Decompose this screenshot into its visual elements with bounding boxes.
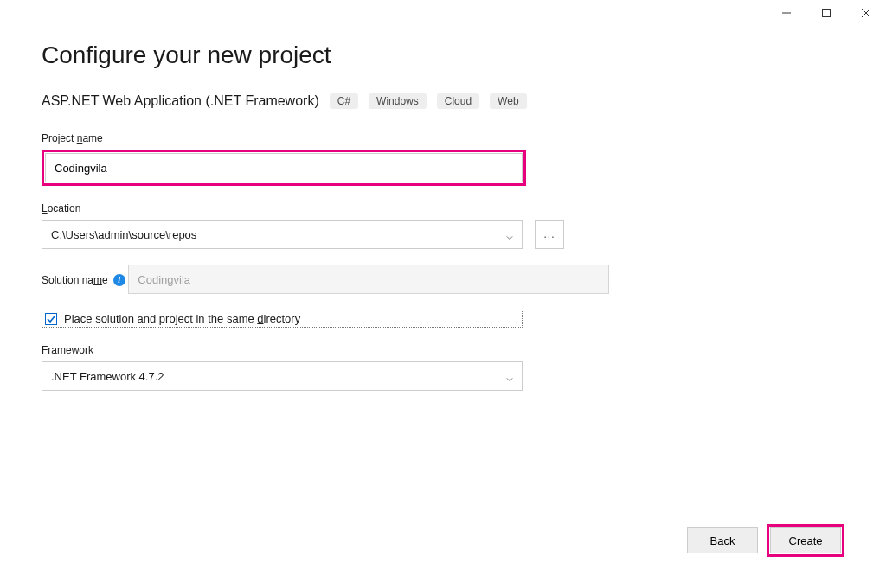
framework-select[interactable]: .NET Framework 4.7.2	[42, 361, 523, 391]
same-directory-label: Place solution and project in the same d…	[64, 312, 300, 325]
minimize-button[interactable]	[767, 0, 806, 26]
same-directory-group: Place solution and project in the same d…	[42, 310, 844, 328]
info-icon[interactable]: i	[113, 274, 125, 286]
template-tag: C#	[330, 93, 358, 109]
framework-value: .NET Framework 4.7.2	[51, 370, 164, 383]
checkbox-icon	[45, 313, 57, 325]
framework-label: Framework	[42, 344, 93, 356]
chevron-down-icon	[506, 231, 513, 238]
location-group: Location C:\Users\admin\source\repos ...	[42, 201, 844, 249]
framework-group: Framework .NET Framework 4.7.2	[42, 343, 844, 391]
template-tag: Windows	[369, 93, 427, 109]
solution-name-label: Solution name i	[42, 274, 125, 286]
project-name-input[interactable]	[45, 153, 523, 182]
chevron-down-icon	[506, 373, 513, 380]
back-button[interactable]: Back	[687, 527, 758, 553]
svg-rect-1	[823, 10, 831, 17]
browse-button[interactable]: ...	[535, 220, 564, 249]
solution-name-group: Solution name i	[42, 265, 844, 294]
template-tag: Cloud	[437, 93, 479, 109]
dialog-content: Configure your new project ASP.NET Web A…	[0, 0, 886, 424]
footer-buttons: Back Create	[687, 524, 844, 557]
project-name-group: Project name	[42, 131, 844, 186]
template-row: ASP.NET Web Application (.NET Framework)…	[42, 93, 844, 109]
window-controls	[767, 0, 886, 26]
template-name: ASP.NET Web Application (.NET Framework)	[42, 93, 319, 109]
location-label: Location	[42, 202, 80, 214]
project-name-highlight	[42, 150, 526, 186]
same-directory-checkbox-row[interactable]: Place solution and project in the same d…	[42, 310, 523, 328]
page-title: Configure your new project	[42, 42, 844, 69]
project-name-label: Project name	[42, 132, 103, 144]
location-value: C:\Users\admin\source\repos	[51, 228, 196, 241]
maximize-button[interactable]	[806, 0, 846, 26]
solution-name-input	[128, 265, 609, 294]
template-tag: Web	[490, 93, 526, 109]
close-button[interactable]	[846, 0, 886, 26]
create-button[interactable]: Create	[770, 527, 841, 553]
location-select[interactable]: C:\Users\admin\source\repos	[42, 220, 523, 249]
create-button-highlight: Create	[767, 524, 844, 557]
